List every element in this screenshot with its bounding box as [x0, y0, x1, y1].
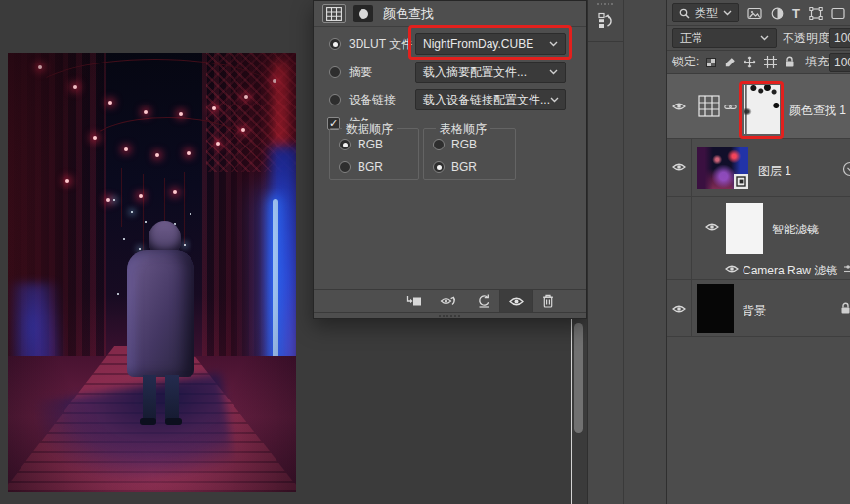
table-order-group: 表格顺序 RGB BGR	[423, 128, 516, 180]
camera-raw-filter-row[interactable]: Camera Raw 滤镜	[667, 257, 850, 280]
abstract-radio[interactable]	[329, 66, 341, 78]
delete-button[interactable]	[533, 290, 563, 312]
table-order-rgb-radio[interactable]	[433, 139, 445, 150]
filter-smart-object-icon[interactable]	[831, 7, 845, 20]
clip-to-layer-button[interactable]	[397, 290, 431, 312]
panel-resize-grip[interactable]	[439, 315, 462, 317]
bgr-label: BGR	[451, 160, 477, 174]
lut-radio[interactable]	[329, 38, 341, 50]
document-vertical-scrollbar[interactable]	[571, 319, 587, 504]
properties-panel: 颜色查找 3DLUT 文件 NightFromDay.CUBE 摘要 载入摘要配…	[313, 0, 587, 319]
mask-link-icon[interactable]	[724, 103, 737, 111]
abstract-select[interactable]: 载入摘要配置文件...	[415, 62, 566, 83]
data-order-bgr: BGR	[339, 160, 383, 174]
abstract-value: 载入摘要配置文件...	[423, 64, 527, 81]
device-link-radio[interactable]	[329, 94, 341, 105]
visibility-eye-icon[interactable]	[705, 222, 719, 231]
chevron-down-icon	[549, 69, 558, 75]
visibility-eye-icon[interactable]	[672, 102, 686, 111]
layer-filter-type-select[interactable]: 类型	[672, 3, 739, 22]
table-order-bgr-radio[interactable]	[433, 161, 445, 173]
opacity-field[interactable]: 100%	[829, 28, 850, 48]
table-order-title: 表格顺序	[436, 121, 490, 138]
device-link-value: 载入设备链接配置文件...	[423, 92, 550, 108]
lut-label: 3DLUT 文件	[349, 36, 412, 53]
bgr-label: BGR	[358, 160, 383, 174]
street-photo	[8, 53, 296, 492]
reset-button[interactable]	[467, 290, 499, 312]
history-icon	[597, 12, 614, 30]
layer-thumbnail[interactable]	[697, 147, 748, 189]
properties-title: 颜色查找	[383, 5, 434, 22]
filter-type-layers-icon[interactable]: T	[792, 7, 800, 20]
data-order-title: 数据顺序	[342, 121, 397, 138]
smart-filters-row[interactable]: 智能滤镜	[667, 197, 850, 257]
fill-label: 填充:	[805, 54, 831, 70]
layer-filter-row: 类型 T	[667, 0, 850, 26]
dock-divider	[623, 0, 624, 504]
filter-pixel-layers-icon[interactable]	[747, 7, 762, 20]
properties-toolbar	[314, 289, 586, 313]
search-icon	[679, 8, 690, 19]
device-link-select[interactable]: 载入设备链接配置文件...	[415, 89, 566, 110]
table-order-rgb: RGB	[433, 138, 477, 151]
visibility-eye-icon[interactable]	[725, 264, 739, 273]
blend-mode-row: 正常 不透明度: 100%	[667, 26, 850, 51]
data-order-rgb-radio[interactable]	[339, 139, 351, 150]
photo-vignette	[8, 53, 296, 492]
scrollbar-thumb[interactable]	[574, 323, 583, 433]
lock-transparency-icon[interactable]	[706, 58, 716, 67]
history-panel-tab[interactable]	[588, 0, 623, 42]
table-order-bgr: BGR	[433, 160, 477, 174]
blend-mode-value: 正常	[680, 30, 703, 47]
layer-row-layer1[interactable]: 图层 1	[667, 139, 850, 197]
fill-value: 100%	[834, 56, 850, 69]
device-link-label: 设备链接	[349, 92, 396, 108]
chevron-down-icon	[760, 35, 769, 41]
mask-icon[interactable]	[353, 5, 373, 22]
fill-field[interactable]: 100%	[829, 53, 850, 72]
filter-type-label: 类型	[695, 5, 718, 21]
blend-mode-select[interactable]: 正常	[672, 28, 777, 48]
camera-raw-label[interactable]: Camera Raw 滤镜	[743, 263, 837, 279]
layer-mask-thumbnail[interactable]	[744, 85, 780, 134]
lock-row: 锁定: 填充: 100%	[667, 51, 850, 74]
filter-adjustment-layers-icon[interactable]	[771, 7, 784, 20]
layer-name[interactable]: 图层 1	[758, 163, 791, 180]
smart-filter-toggle-icon[interactable]	[842, 161, 850, 177]
lock-pixels-brush-icon[interactable]	[724, 57, 736, 68]
collapsed-panel-dock	[587, 0, 667, 504]
rgb-label: RGB	[358, 138, 383, 151]
visibility-eye-icon[interactable]	[672, 162, 686, 172]
filter-mask-thumbnail[interactable]	[726, 203, 763, 254]
data-order-bgr-radio[interactable]	[339, 161, 351, 173]
layer-lock-icon	[840, 302, 850, 315]
layer-thumbnail[interactable]	[697, 284, 734, 333]
lut-file-select[interactable]: NightFromDay.CUBE	[415, 33, 566, 55]
layer-row-background[interactable]: 背景	[667, 280, 850, 337]
layers-panel: 类型 T	[667, 0, 850, 504]
lock-all-icon[interactable]	[785, 56, 795, 68]
lut-grid-icon[interactable]	[322, 4, 346, 23]
smart-object-badge-icon	[734, 174, 748, 189]
visibility-toggle-button[interactable]	[499, 290, 533, 312]
view-previous-state-button[interactable]	[431, 290, 467, 312]
chevron-down-icon	[723, 10, 732, 16]
data-order-group: 数据顺序 RGB BGR	[329, 128, 419, 180]
properties-header: 颜色查找	[314, 1, 586, 27]
lock-position-icon[interactable]	[744, 56, 756, 68]
filter-blend-options-icon[interactable]	[844, 264, 850, 273]
opacity-value: 100%	[834, 31, 850, 45]
data-order-rgb: RGB	[339, 138, 383, 151]
layer-name[interactable]: 背景	[743, 303, 766, 319]
smart-filters-label: 智能滤镜	[772, 222, 819, 238]
chevron-down-icon	[549, 41, 558, 47]
chevron-down-icon	[550, 97, 559, 103]
lock-artboard-icon[interactable]	[764, 56, 777, 68]
rgb-label: RGB	[451, 138, 477, 151]
visibility-eye-icon[interactable]	[672, 304, 686, 314]
layer-name[interactable]: 颜色查找 1	[789, 103, 846, 119]
filter-shape-layers-icon[interactable]	[809, 7, 823, 20]
layer-row-color-lookup[interactable]: 颜色查找 1	[667, 74, 850, 139]
color-lookup-thumbnail-icon[interactable]	[698, 95, 720, 117]
